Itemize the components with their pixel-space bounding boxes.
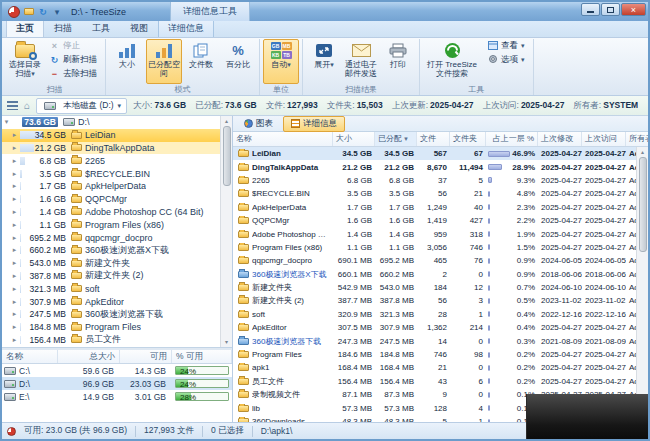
detail-tab-图表[interactable]: 图表 [236,116,281,132]
expander-icon[interactable]: ▸ [10,310,19,318]
view-button[interactable]: 查看 ▾ [482,39,530,53]
tree-row[interactable]: ▸307.9 MBApkEditor [2,295,220,308]
tree-row[interactable]: ▸1.6 GBQQPCMgr [2,193,220,206]
drive-row[interactable]: C:\59.6 GB14.3 GB24% [2,364,232,377]
expander-icon[interactable]: ▸ [10,272,19,280]
treesize-file-search-button[interactable]: 打开 TreeSize 文件搜索 [423,39,481,84]
tree-row[interactable]: ▸321.3 MBsoft [2,282,220,295]
close-button[interactable]: × [621,3,646,16]
column-header-9[interactable]: 所有者 [626,132,648,146]
detail-tab-详细信息[interactable]: 详细信息 [283,116,345,132]
unit-auto-button[interactable]: GB MB KB TB 自动▾ [263,39,299,84]
select-directory-button[interactable]: 选择目录扫描▾ [7,39,43,84]
tree-row[interactable]: ▸156.4 MB员工文件 [2,334,220,347]
tree-row[interactable]: ▸184.8 MBProgram Files [2,321,220,334]
options-button[interactable]: 选项 ▾ [482,53,530,67]
scroll-up-icon[interactable]: ▴ [225,116,228,126]
column-header-3[interactable]: 已分配▼ [375,132,417,146]
mode-filecount-button[interactable]: 文件数 [183,39,219,84]
expander-icon[interactable]: ▸ [10,195,19,203]
tree-row[interactable]: ▸695.2 MBqqpcmgr_docpro [2,231,220,244]
tree-row-root[interactable]: ▾73.6 GBD:\ [2,116,220,129]
expander-icon[interactable]: ▾ [2,118,11,126]
expander-icon[interactable]: ▸ [10,234,19,242]
maximize-button[interactable] [601,3,620,16]
tree-row[interactable]: ▸6.8 GB2265 [2,154,220,167]
tree-row[interactable]: ▸1.7 GBApkHelperData [2,180,220,193]
table-row[interactable]: 360极速浏览器下载247.3 MB247.5 MB1400.3%2021-08… [233,334,636,347]
expander-icon[interactable]: ▸ [10,336,19,344]
column-header-2[interactable]: 大小 [333,132,375,146]
table-row[interactable]: Adobe Photoshop CC (64 Bit)1.4 GB1.4 GB9… [233,227,636,240]
mode-allocated-button[interactable]: 已分配空间 [146,39,182,84]
expand-button[interactable]: 展开▾ [306,39,342,84]
scroll-up-icon[interactable]: ▴ [641,147,644,157]
tree-row[interactable]: ▸247.5 MB360极速浏览器下载 [2,308,220,321]
qat-scan-icon[interactable] [23,6,35,18]
expander-icon[interactable]: ▸ [10,144,19,152]
table-row[interactable]: $RECYCLE.BIN3.5 GB3.5 GB56214.8%2025-04-… [233,187,636,200]
drives-header-cell[interactable]: 总大小 [58,350,120,363]
expander-icon[interactable]: ▸ [10,323,19,331]
print-button[interactable]: 打印 [380,39,416,84]
expander-icon[interactable]: ▸ [10,285,19,293]
refresh-scan-button[interactable]: ↻ 刷新扫描 [44,53,102,67]
tab-扫描[interactable]: 扫描 [44,19,82,37]
detail-scrollbar-thumb[interactable] [639,157,647,252]
table-row[interactable]: 360极速浏览器X下载660.1 MB660.2 MB200.9%2018-06… [233,268,636,281]
expander-icon[interactable]: ▸ [10,131,19,139]
table-row[interactable]: 员工文件156.4 MB156.4 MB4360.2%2025-04-27202… [233,375,636,388]
expander-icon[interactable]: ▸ [10,170,19,178]
drive-row[interactable]: E:\14.9 GB3.01 GB28% [2,390,232,403]
table-row[interactable]: ApkEditor307.5 MB307.9 MB1,3622140.4%202… [233,321,636,334]
drives-header-cell[interactable]: 名称 [2,350,58,363]
tree-row[interactable]: ▸660.2 MB360极速浏览器X下载 [2,244,220,257]
expander-icon[interactable]: ▸ [10,221,19,229]
column-header-7[interactable]: 上次修改 [538,132,582,146]
qat-dropdown-icon[interactable]: ▾ [51,6,63,18]
tab-视图[interactable]: 视图 [120,19,158,37]
tree-row[interactable]: ▸387.8 MB新建文件夹 (2) [2,270,220,283]
table-row[interactable]: apk1168.4 MB168.4 MB2100.2%2025-04-27202… [233,361,636,374]
table-row[interactable]: QQPCMgr1.6 GB1.6 GB1,4194272.2%2025-04-2… [233,214,636,227]
table-row[interactable]: LeiDian34.5 GB34.5 GB5676746.9%2025-04-2… [233,147,636,160]
drive-row[interactable]: D:\96.9 GB23.03 GB24% [2,377,232,390]
table-row[interactable]: DingTalkAppData21.2 GB21.2 GB8,67011,494… [233,160,636,173]
menu-icon[interactable] [7,101,18,110]
mode-percent-button[interactable]: % 百分比 [220,39,256,84]
expander-icon[interactable]: ▸ [10,208,19,216]
scroll-down-icon[interactable]: ▾ [225,337,228,347]
table-row[interactable]: qqpcmgr_docpro690.1 MB695.2 MB465760.9%2… [233,254,636,267]
send-email-button[interactable]: 通过电子邮件发送 [343,39,379,84]
expander-icon[interactable]: ▸ [10,259,19,267]
tab-详细信息[interactable]: 详细信息 [158,19,214,37]
qat-refresh-icon[interactable]: ↻ [37,6,49,18]
expander-icon[interactable]: ▸ [10,182,19,190]
home-icon[interactable]: ⌂ [24,100,30,111]
remove-scan-button[interactable]: − 去除扫描 [44,67,102,81]
column-header-5[interactable]: 文件夹 [450,132,486,146]
mode-size-button[interactable]: 大小 [109,39,145,84]
drives-header-cell[interactable]: % 可用 [172,350,232,363]
minimize-button[interactable] [581,3,600,16]
expander-icon[interactable]: ▸ [10,157,19,165]
table-row[interactable]: 新建文件夹542.9 MB543.0 MB184120.7%2024-06-10… [233,281,636,294]
expander-icon[interactable]: ▸ [10,246,19,254]
table-row[interactable]: soft320.9 MB321.3 MB2810.4%2022-12-16202… [233,308,636,321]
table-row[interactable]: ApkHelperData1.7 GB1.7 GB1,249402.3%2025… [233,201,636,214]
table-row[interactable]: Program Files184.6 MB184.8 MB746980.2%20… [233,348,636,361]
stop-button[interactable]: × 停止 [44,39,102,53]
tree-row[interactable]: ▸543.0 MB新建文件夹 [2,257,220,270]
tree-row[interactable]: ▸1.4 GBAdobe Photoshop CC (64 Bit) [2,206,220,219]
table-row[interactable]: 新建文件夹 (2)387.7 MB387.8 MB5630.5%2023-11-… [233,294,636,307]
drives-header-cell[interactable]: 可用 [120,350,172,363]
tab-工具[interactable]: 工具 [82,19,120,37]
tree-scrollbar-thumb[interactable] [223,126,231,186]
detail-scrollbar[interactable]: ▴ ▾ [636,147,648,422]
column-header-8[interactable]: 上次访问 [582,132,626,146]
column-header-4[interactable]: 文件 [417,132,450,146]
tree-row[interactable]: ▸34.5 GBLeiDian [2,129,220,142]
tree-row[interactable]: ▸1.1 GBProgram Files (x86) [2,218,220,231]
table-row[interactable]: Program Files (x86)1.1 GB1.1 GB3,0567461… [233,241,636,254]
tab-主页[interactable]: 主页 [6,19,44,37]
